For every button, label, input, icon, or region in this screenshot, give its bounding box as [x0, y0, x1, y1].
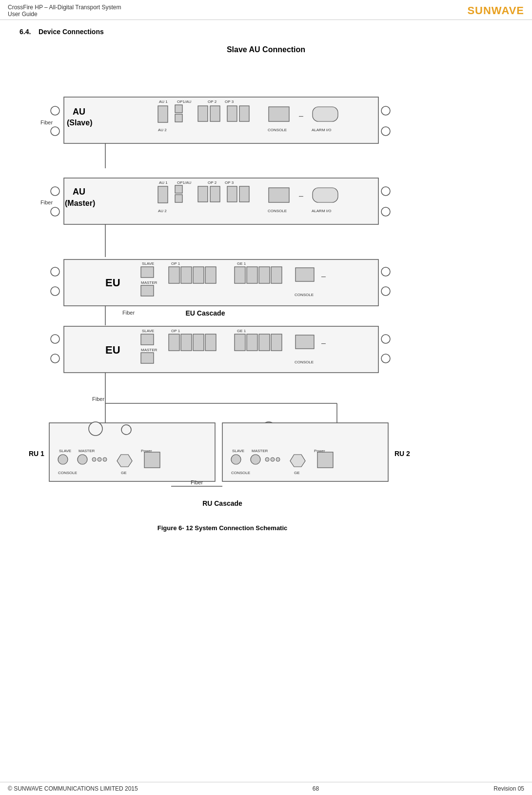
- eu2-right-circle-bottom: [381, 354, 390, 363]
- ru2-slave-label: SLAVE: [232, 449, 244, 453]
- main-content: 6.4. Device Connections Slave AU Connect…: [0, 20, 532, 750]
- au-master-op1au-top: [175, 185, 182, 193]
- au-master-console-label: CONSOLE: [268, 209, 287, 213]
- eu1-console-label: CONSOLE: [295, 293, 314, 297]
- ru2-console-label: CONSOLE: [231, 471, 250, 475]
- op3-port1: [227, 106, 237, 121]
- ru1-power-port: [144, 452, 160, 468]
- eu1-dash: –: [321, 272, 326, 280]
- au-master-alarm-label: ALARM I/O: [312, 209, 331, 213]
- page-footer: © SUNWAVE COMMUNICATIONS LIMITED 2015 68…: [0, 782, 532, 795]
- eu1-op1-port1: [169, 267, 179, 283]
- eu2-op1-port2: [181, 334, 192, 351]
- au-master-main-label: AU: [73, 187, 85, 197]
- product-name: CrossFire HP – All-Digital Transport Sys…: [8, 4, 121, 11]
- eu2-slave-port: [141, 334, 154, 345]
- ru2-ge-label: GE: [294, 471, 300, 475]
- au-slave-dash: –: [299, 112, 303, 120]
- ru2-dot3: [276, 457, 280, 461]
- au-slave-console-port: [269, 107, 289, 121]
- company-logo: SUNWAVE: [467, 4, 524, 17]
- eu2-ge1-port1: [235, 334, 245, 351]
- footer-page: 68: [313, 785, 319, 792]
- eu1-ge1-port2: [247, 267, 257, 283]
- ru1-console-label: CONSOLE: [58, 471, 77, 475]
- op1au-port-bottom: [175, 114, 182, 122]
- eu2-console-port: [296, 335, 314, 349]
- op3-label: OP 3: [225, 99, 234, 104]
- eu1-slave-label: SLAVE: [142, 261, 154, 266]
- au-master-op3-port1: [227, 186, 237, 202]
- eu-cascade-label: EU Cascade: [185, 309, 225, 317]
- eu1-op1-port2: [181, 267, 192, 283]
- au-master-dash: –: [299, 192, 303, 200]
- eu1-ge1-port3: [259, 267, 270, 283]
- fiber-label-ru: Fiber: [191, 479, 203, 485]
- ru2-power-port: [317, 452, 333, 468]
- ru1-master-knob: [78, 455, 87, 464]
- ru1-ge-label: GE: [121, 471, 127, 475]
- connection-diagram: Fiber AU (Slave) AU 1 OP1/AU OP 2 OP 3 A…: [20, 62, 512, 720]
- page-header: CrossFire HP – All-Digital Transport Sys…: [0, 0, 532, 20]
- footer-copyright: © SUNWAVE COMMUNICATIONS LIMITED 2015: [8, 785, 138, 792]
- section-title: 6.4. Device Connections: [20, 28, 512, 36]
- au-master-op1au-label: OP1/AU: [177, 180, 192, 185]
- op3-port2: [239, 106, 249, 121]
- op2-label: OP 2: [208, 99, 217, 104]
- au-master-op3-label: OP 3: [225, 180, 234, 185]
- eu1-ge1-port4: [271, 267, 282, 283]
- au-master-au1-label: AU 1: [159, 180, 168, 185]
- eu1-ge1-port1: [235, 267, 245, 283]
- au-slave-left-circle-top: [51, 106, 59, 115]
- ru1-slave-knob: [58, 455, 68, 464]
- au-master-op3-port2: [239, 186, 249, 202]
- au-slave-alarm-label: ALARM I/O: [312, 128, 331, 132]
- ru2-master-knob: [251, 455, 260, 464]
- ru1-circle1: [89, 422, 102, 436]
- au-master-au2-label: AU 2: [158, 209, 167, 213]
- au-slave-left-circle-bottom: [51, 127, 59, 136]
- eu1-slave-port: [141, 267, 154, 278]
- au-master-right-circle-bottom: [381, 207, 390, 216]
- eu2-master-label: MASTER: [141, 348, 158, 352]
- au-master-console-port: [269, 188, 289, 202]
- eu1-console-port: [296, 268, 314, 281]
- eu2-label: EU: [105, 344, 120, 356]
- au-slave-main-label: AU: [73, 107, 85, 117]
- eu1-op1-port3: [193, 267, 204, 283]
- eu1-master-label: MASTER: [141, 280, 158, 285]
- au-master-op2-port2: [210, 186, 220, 202]
- ru-cascade-label: RU Cascade: [202, 499, 242, 507]
- au-master-op2-port1: [198, 186, 208, 202]
- fiber-label-au-master: Fiber: [40, 199, 53, 205]
- au-master-sub-label: (Master): [65, 199, 95, 207]
- doc-type: User Guide: [8, 11, 121, 18]
- au-master-right-circle-top: [381, 187, 390, 196]
- au-master-op2-label: OP 2: [208, 180, 217, 185]
- footer-revision: Revision 05: [493, 785, 524, 792]
- ru1-master-label: MASTER: [79, 449, 95, 453]
- eu2-dash: –: [321, 339, 326, 347]
- ru2-label: RU 2: [394, 450, 410, 457]
- logo-wave: WAVE: [492, 4, 524, 17]
- au-slave-sub-label: (Slave): [67, 119, 92, 127]
- eu2-slave-label: SLAVE: [142, 329, 154, 333]
- eu1-op1-label: OP 1: [171, 261, 180, 266]
- eu2-right-circle-top: [381, 335, 390, 343]
- eu1-left-circle-top: [51, 267, 59, 276]
- eu2-op1-port1: [169, 334, 179, 351]
- eu2-op1-port3: [193, 334, 204, 351]
- au-master-alarm-port: [313, 188, 338, 202]
- au-master-op1au-bottom: [175, 195, 182, 202]
- ru1-slave-label: SLAVE: [59, 449, 71, 453]
- au-master-left-circle-top: [51, 187, 59, 196]
- au-slave-alarm-port: [313, 107, 338, 121]
- op2-port2: [210, 106, 220, 121]
- eu2-op1-port4: [205, 334, 216, 351]
- ru2-dot1: [265, 457, 269, 461]
- ru1-dot1: [92, 457, 96, 461]
- fiber-label-au-slave: Fiber: [40, 119, 53, 125]
- au1-label: AU 1: [159, 99, 168, 104]
- ru2-master-label: MASTER: [252, 449, 268, 453]
- au2-label: AU 2: [158, 128, 167, 132]
